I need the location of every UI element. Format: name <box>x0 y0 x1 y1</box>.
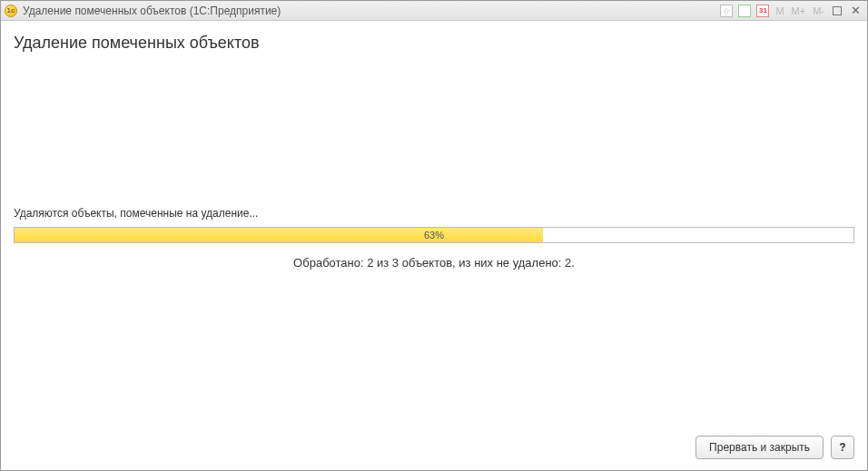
calc-m-minus-button[interactable]: M- <box>810 4 827 18</box>
close-button[interactable]: ✕ <box>847 4 863 18</box>
page-title: Удаление помеченных объектов <box>14 34 854 53</box>
calendar-icon[interactable]: 31 <box>755 4 771 18</box>
window-root: 1c Удаление помеченных объектов (1С:Пред… <box>0 0 868 471</box>
progress-percent-label: 63% <box>15 228 853 242</box>
calc-m-plus-button[interactable]: M+ <box>789 4 809 18</box>
app-icon: 1c <box>5 5 17 17</box>
grid-icon[interactable] <box>736 4 753 18</box>
footer: Прервать и закрыть ? <box>14 436 854 459</box>
processed-text: Обработано: 2 из 3 объектов, из них не у… <box>14 256 854 270</box>
window-title: Удаление помеченных объектов (1С:Предпри… <box>23 5 281 17</box>
status-text: Удаляются объекты, помеченные на удалени… <box>14 207 854 220</box>
titlebar: 1c Удаление помеченных объектов (1С:Пред… <box>1 1 867 21</box>
app-icon-text: 1c <box>7 6 15 15</box>
progress-section: Удаляются объекты, помеченные на удалени… <box>14 207 854 270</box>
progress-bar: 63% <box>14 227 854 243</box>
content-area: Удаление помеченных объектов Удаляются о… <box>1 21 867 470</box>
favorite-icon[interactable]: ☆ <box>718 4 735 18</box>
help-button[interactable]: ? <box>831 436 854 459</box>
titlebar-buttons: ☆ 31 M M+ M- ✕ <box>718 4 863 18</box>
maximize-button[interactable] <box>829 4 845 18</box>
abort-close-button[interactable]: Прервать и закрыть <box>695 436 824 459</box>
calc-m-button[interactable]: M <box>773 4 786 18</box>
